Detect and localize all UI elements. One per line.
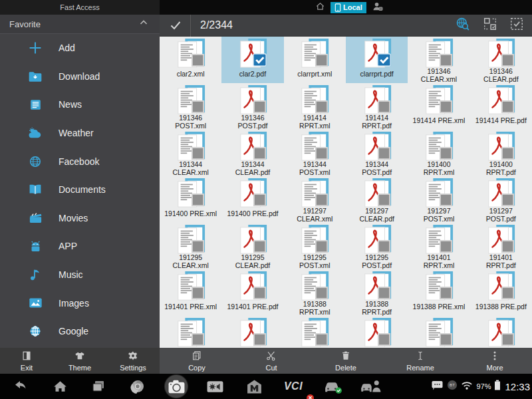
file-tile[interactable]: 191401 RPRT.pdf: [470, 223, 532, 269]
sidebar-item-facebook[interactable]: Facebook: [0, 147, 160, 176]
file-tile[interactable]: 191401 PRE.xml: [160, 269, 221, 316]
checkbox-badge[interactable]: [362, 318, 392, 348]
sidebar-item-download[interactable]: Download: [0, 63, 160, 91]
file-tile[interactable]: 191388 PRE.pdf: [470, 269, 532, 316]
chrome-button[interactable]: [123, 374, 152, 399]
file-tile[interactable]: [346, 316, 408, 348]
favorite-section-header[interactable]: Favorite: [0, 15, 160, 34]
checkbox-badge[interactable]: [299, 178, 330, 209]
checkbox-badge[interactable]: [424, 39, 454, 69]
file-tile[interactable]: clar2.xml: [160, 37, 221, 83]
checkbox-badge[interactable]: [237, 85, 268, 116]
back-button[interactable]: [7, 374, 36, 399]
delete-button[interactable]: Delete: [309, 348, 383, 374]
multi-window-select-icon[interactable]: [483, 17, 497, 34]
checkbox-checked-badge[interactable]: [237, 39, 268, 69]
checkbox-badge[interactable]: [299, 318, 330, 348]
copy-button[interactable]: Copy: [160, 348, 234, 374]
file-tile[interactable]: [470, 316, 532, 348]
file-tile[interactable]: 191344 CLEAR.pdf: [221, 130, 283, 176]
maxi-app-button[interactable]: [239, 374, 269, 399]
user-lock-icon[interactable]: [372, 1, 383, 14]
cut-button[interactable]: Cut: [234, 348, 309, 374]
file-tile[interactable]: 191346 POST.xml: [160, 83, 221, 130]
checkbox-badge[interactable]: [485, 271, 516, 302]
file-tile[interactable]: 191388 RPRT.pdf: [346, 269, 408, 316]
sidebar-item-add[interactable]: Add: [0, 34, 160, 63]
checkbox-badge[interactable]: [485, 178, 516, 209]
checkbox-badge[interactable]: [485, 225, 516, 255]
checkbox-badge[interactable]: [176, 318, 206, 348]
checkbox-badge[interactable]: [237, 225, 268, 255]
checkbox-badge[interactable]: [299, 85, 330, 116]
checkbox-badge[interactable]: [299, 271, 330, 302]
checkbox-badge[interactable]: [176, 85, 206, 116]
checkbox-badge[interactable]: [424, 271, 454, 302]
sidebar-item-documents[interactable]: Documents: [0, 176, 160, 204]
file-tile[interactable]: 191295 POST.xml: [284, 223, 346, 269]
checkbox-badge[interactable]: [176, 225, 206, 255]
file-tile[interactable]: 191400 PRE.xml: [160, 176, 221, 223]
checkbox-badge[interactable]: [424, 85, 454, 116]
file-tile[interactable]: 191401 RPRT.xml: [408, 223, 469, 269]
checkbox-badge[interactable]: [362, 132, 392, 162]
diagnostics-button[interactable]: [356, 374, 385, 399]
file-tile[interactable]: clar2.pdf: [221, 37, 283, 83]
checkbox-badge[interactable]: [299, 132, 330, 162]
checkbox-badge[interactable]: [176, 132, 206, 162]
checkbox-badge[interactable]: [424, 318, 454, 348]
sidebar-item-news[interactable]: News: [0, 90, 160, 119]
vehicle-connected-button[interactable]: [318, 374, 347, 399]
file-tile[interactable]: [160, 316, 221, 348]
settings-button[interactable]: Settings: [106, 348, 160, 374]
vci-status-button[interactable]: VCI ✕: [279, 374, 308, 399]
checkbox-badge[interactable]: [362, 178, 392, 209]
home-outline-icon[interactable]: [315, 1, 325, 14]
exit-button[interactable]: Exit: [0, 348, 53, 374]
file-tile[interactable]: 191414 PRE.xml: [408, 83, 469, 130]
more-button[interactable]: More: [458, 348, 532, 374]
file-tile[interactable]: 191346 CLEAR.pdf: [470, 37, 532, 83]
wifi-icon[interactable]: [461, 380, 473, 393]
checkbox-badge[interactable]: [424, 132, 454, 162]
checkbox-badge[interactable]: [237, 178, 268, 209]
file-tile[interactable]: 191401 PRE.pdf: [221, 269, 283, 316]
sidebar-item-app[interactable]: APP: [0, 232, 160, 261]
file-tile[interactable]: 191388 PRE.xml: [408, 269, 469, 316]
messages-icon[interactable]: [431, 380, 444, 394]
file-tile[interactable]: 191297 CLEAR.xml: [284, 176, 346, 223]
checkbox-badge[interactable]: [485, 85, 516, 116]
rename-button[interactable]: Rename: [383, 348, 458, 374]
home-button[interactable]: [45, 374, 74, 399]
chevron-up-icon[interactable]: [138, 17, 149, 31]
file-tile[interactable]: 191346 CLEAR.xml: [408, 37, 469, 83]
sidebar-item-images[interactable]: Images: [0, 289, 160, 317]
file-tile[interactable]: 191344 POST.pdf: [346, 130, 408, 176]
file-tile[interactable]: 191414 RPRT.xml: [284, 83, 346, 130]
checkbox-badge[interactable]: [237, 318, 268, 348]
sidebar-item-google[interactable]: Google: [0, 317, 160, 346]
checkbox-badge[interactable]: [362, 225, 392, 255]
file-tile[interactable]: 191297 CLEAR.pdf: [346, 176, 408, 223]
checkbox-badge[interactable]: [237, 271, 268, 302]
network-search-icon[interactable]: [455, 16, 471, 35]
file-tile[interactable]: 191400 PRE.pdf: [221, 176, 283, 223]
file-tile[interactable]: 191295 CLEAR.xml: [160, 223, 221, 269]
checkbox-badge[interactable]: [299, 39, 330, 69]
local-storage-badge[interactable]: Local: [331, 2, 366, 13]
checkbox-badge[interactable]: [424, 178, 454, 209]
file-tile[interactable]: 191295 CLEAR.pdf: [221, 223, 283, 269]
file-tile[interactable]: clarrprt.xml: [284, 37, 346, 83]
checkbox-badge[interactable]: [485, 132, 516, 162]
checkbox-badge[interactable]: [176, 39, 206, 69]
sidebar-item-movies[interactable]: Movies: [0, 204, 160, 233]
file-tile[interactable]: 191414 PRE.pdf: [470, 83, 532, 130]
sidebar-item-weather[interactable]: Weather: [0, 119, 160, 148]
camera-button[interactable]: [162, 374, 191, 399]
checkbox-badge[interactable]: [237, 132, 268, 162]
file-tile[interactable]: 191388 RPRT.xml: [284, 269, 346, 316]
file-tile[interactable]: [284, 316, 346, 348]
file-tile[interactable]: [221, 316, 283, 348]
recents-button[interactable]: [84, 374, 113, 399]
checkbox-badge[interactable]: [299, 225, 330, 255]
